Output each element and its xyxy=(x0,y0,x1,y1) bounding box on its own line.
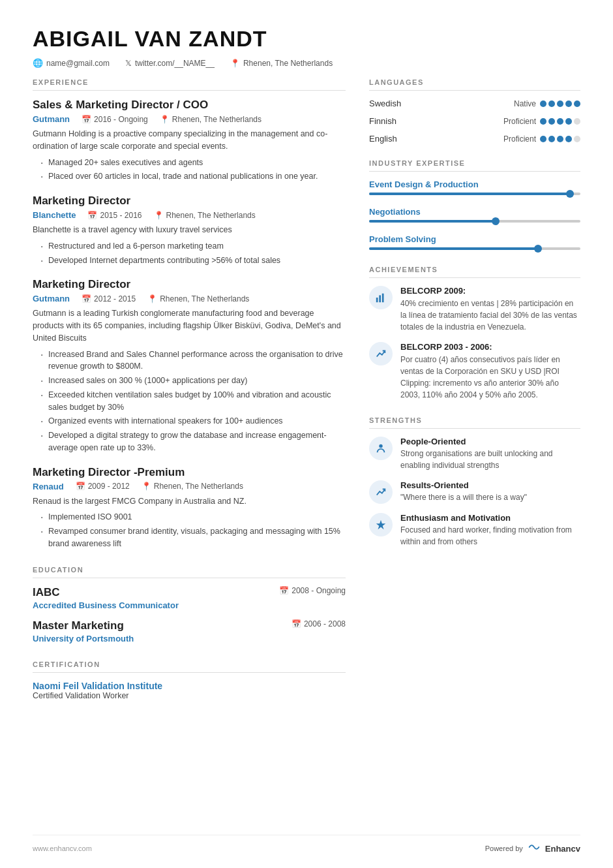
education-section: EDUCATION IABC Accredited Business Commu… xyxy=(33,566,346,645)
expertise-item-1: Event Design & Production xyxy=(369,179,580,195)
expertise-label-3: Problem Solving xyxy=(369,234,580,244)
bullet-item: Organized events with international spea… xyxy=(40,415,346,427)
strength-text-2: "Where there is a will there is a way" xyxy=(400,491,527,503)
company-1: Gutmann xyxy=(33,114,70,124)
certification-section: CERTIFICATION Naomi Feil Validation Inst… xyxy=(33,660,346,700)
bullet-item: Developed a digital strategy to grow the… xyxy=(40,429,346,454)
job-desc-4: Renaud is the largest FMCG Company in Au… xyxy=(33,495,346,508)
expertise-section: INDUSTRY EXPERTISE Event Design & Produc… xyxy=(369,159,580,250)
expertise-item-3: Problem Solving xyxy=(369,234,580,250)
bullet-item: Increased sales on 300 % (1000+ applicat… xyxy=(40,375,346,387)
lang-name-3: English xyxy=(369,134,397,144)
powered-by-text: Powered by xyxy=(485,845,523,852)
bullet-item: Exceeded kitchen ventilation sales budge… xyxy=(40,389,346,414)
achievement-item-1: BELCORP 2009: 40% crecimiento en ventas … xyxy=(369,286,580,333)
lang-name-1: Swedish xyxy=(369,99,401,108)
job-title-1: Sales & Marketing Director / COO xyxy=(33,99,346,112)
location-3: 📍 Rhenen, The Netherlands xyxy=(147,294,249,303)
strength-title-3: Enthusiasm and Motivation xyxy=(400,513,580,523)
date-2: 📅 2015 - 2016 xyxy=(87,211,142,220)
lang-row-1: Swedish Native xyxy=(369,99,580,108)
bullet-item: Implemented ISO 9001 xyxy=(40,511,346,523)
edu-date-1: 📅 2008 - Ongoing xyxy=(279,586,346,595)
job-bullets-4: Implemented ISO 9001 Revamped consumer b… xyxy=(33,511,346,550)
edu-degree-1: Accredited Business Communicator xyxy=(33,600,179,610)
languages-section: LANGUAGES Swedish Native xyxy=(369,78,580,144)
certification-title: CERTIFICATION xyxy=(33,660,346,673)
achievements-title: ACHIEVEMENTS xyxy=(369,266,580,278)
expertise-bar-3 xyxy=(369,247,580,250)
cert-institution: Naomi Feil Validation Institute xyxy=(33,681,346,691)
location-4: 📍 Rhenen, The Netherlands xyxy=(142,482,243,491)
edu-institution-2: Master Marketing xyxy=(33,619,134,632)
expertise-bar-1 xyxy=(369,193,580,195)
enhancv-logo-icon xyxy=(527,842,541,855)
job-meta-3: Gutmann 📅 2012 - 2015 📍 Rhenen, The Neth… xyxy=(33,294,346,303)
candidate-name: ABIGAIL VAN ZANDT xyxy=(33,26,580,52)
job-entry-2: Marketing Director Blanchette 📅 2015 - 2… xyxy=(33,194,346,266)
calendar-icon-3: 📅 xyxy=(82,294,91,303)
job-bullets-1: Managed 20+ sales executives and agents … xyxy=(33,157,346,183)
pin-icon-2: 📍 xyxy=(154,211,164,220)
lang-level-text-2: Proficient xyxy=(503,117,536,126)
lang-level-3: Proficient xyxy=(503,134,580,144)
strength-title-1: People-Oriented xyxy=(400,437,580,446)
lang-name-2: Finnish xyxy=(369,116,396,126)
bar-dot-1 xyxy=(566,190,574,198)
calendar-icon-edu2: 📅 xyxy=(292,619,301,628)
expertise-title: INDUSTRY EXPERTISE xyxy=(369,159,580,172)
job-bullets-3: Increased Brand and Sales Channel perfor… xyxy=(33,349,346,454)
twitter-icon: 𝕏 xyxy=(125,59,132,68)
location-1: 📍 Rhenen, The Netherlands xyxy=(160,115,262,124)
footer: www.enhancv.com Powered by Enhancv xyxy=(33,835,580,855)
strength-title-2: Results-Oriented xyxy=(400,480,527,490)
location-icon: 📍 xyxy=(230,59,240,68)
lang-level-1: Native xyxy=(514,99,580,108)
calendar-icon-2: 📅 xyxy=(87,211,97,220)
strength-text-1: Strong organisations are built unlocking… xyxy=(400,448,580,471)
header-section: ABIGAIL VAN ZANDT 🌐 name@gmail.com 𝕏 twi… xyxy=(33,26,580,68)
job-bullets-2: Restructured and led a 6-person marketin… xyxy=(33,240,346,267)
edu-entry-1: IABC Accredited Business Communicator 📅 … xyxy=(33,586,346,612)
languages-title: LANGUAGES xyxy=(369,78,580,91)
achievement-text-2: Por cuatro (4) años consecutivos país lí… xyxy=(400,354,580,401)
svg-point-3 xyxy=(379,444,382,448)
job-meta-2: Blanchette 📅 2015 - 2016 📍 Rhenen, The N… xyxy=(33,210,346,220)
achievement-title-2: BELCORP 2003 - 2006: xyxy=(400,342,580,352)
strengths-title: STRENGTHS xyxy=(369,416,580,429)
bullet-item: Revamped consumer brand identity, visual… xyxy=(40,525,346,550)
svg-rect-1 xyxy=(379,295,381,302)
achievements-section: ACHIEVEMENTS BELCORP 2009: 40% crecimien… xyxy=(369,266,580,401)
job-entry-4: Marketing Director -Premium Renaud 📅 200… xyxy=(33,466,346,550)
right-column: LANGUAGES Swedish Native xyxy=(369,78,580,716)
achievement-icon-1 xyxy=(369,286,393,309)
edu-date-2: 📅 2006 - 2008 xyxy=(292,619,346,628)
strength-icon-1 xyxy=(369,437,393,460)
lang-row-2: Finnish Proficient xyxy=(369,116,580,126)
pin-icon-4: 📍 xyxy=(142,482,151,491)
footer-logo: Powered by Enhancv xyxy=(485,842,580,855)
date-3: 📅 2012 - 2015 xyxy=(82,294,136,303)
bar-dot-2 xyxy=(492,217,500,225)
strength-icon-2 xyxy=(369,480,393,504)
job-meta-4: Renaud 📅 2009 - 2012 📍 Rhenen, The Nethe… xyxy=(33,482,346,491)
strength-text-3: Focused and hard worker, finding motivat… xyxy=(400,524,580,548)
strength-item-1: People-Oriented Strong organisations are… xyxy=(369,437,580,471)
resume-page: ABIGAIL VAN ZANDT 🌐 name@gmail.com 𝕏 twi… xyxy=(0,0,613,868)
cert-description: Certified Validation Worker xyxy=(33,691,346,700)
lang-level-2: Proficient xyxy=(503,117,580,126)
calendar-icon-1: 📅 xyxy=(82,115,91,124)
date-1: 📅 2016 - Ongoing xyxy=(82,115,148,124)
pin-icon-3: 📍 xyxy=(147,294,157,303)
calendar-icon-edu1: 📅 xyxy=(279,586,289,595)
twitter-contact: 𝕏 twitter.com/__NAME__ xyxy=(125,59,215,68)
job-entry-1: Sales & Marketing Director / COO Gutmann… xyxy=(33,99,346,183)
lang-dots-2 xyxy=(540,118,580,125)
bullet-item: Managed 20+ sales executives and agents xyxy=(40,157,346,169)
job-title-3: Marketing Director xyxy=(33,278,346,291)
lang-row-3: English Proficient xyxy=(369,134,580,144)
lang-level-text-3: Proficient xyxy=(503,134,536,144)
achievement-item-2: BELCORP 2003 - 2006: Por cuatro (4) años… xyxy=(369,342,580,401)
achievement-text-1: 40% crecimiento en ventas | 28% particip… xyxy=(400,298,580,333)
expertise-label-1: Event Design & Production xyxy=(369,179,580,189)
